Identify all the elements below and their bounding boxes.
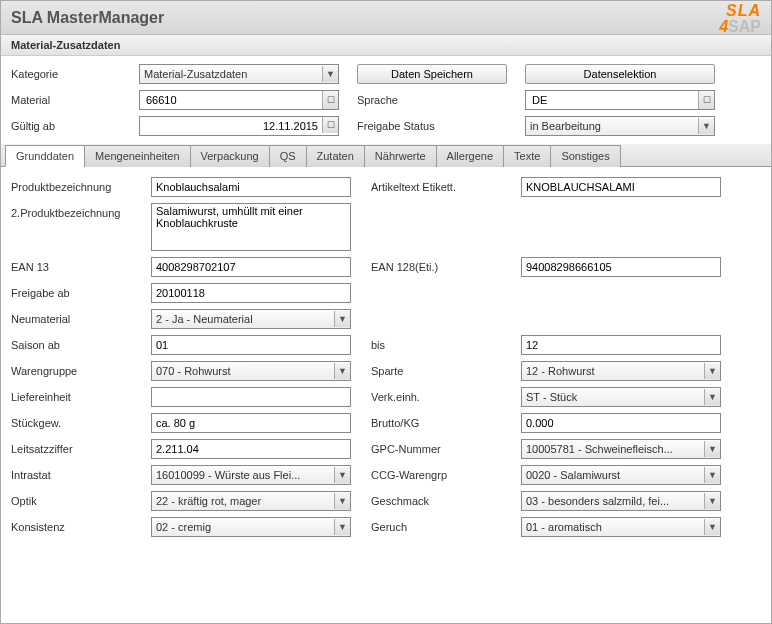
verkeinh-select[interactable]: ST - Stück▼ xyxy=(521,387,721,407)
neumaterial-select[interactable]: 2 - Ja - Neumaterial▼ xyxy=(151,309,351,329)
tab-mengeneinheiten[interactable]: Mengeneinheiten xyxy=(84,145,190,167)
sprache-input[interactable]: ☐ xyxy=(525,90,715,110)
intrastat-select[interactable]: 16010099 - Würste aus Flei...▼ xyxy=(151,465,351,485)
sparte-label: Sparte xyxy=(371,365,501,377)
optik-select[interactable]: 22 - kräftig rot, mager▼ xyxy=(151,491,351,511)
tab-naehrwerte[interactable]: Nährwerte xyxy=(364,145,437,167)
freigabestatus-label: Freigabe Status xyxy=(357,120,507,132)
tab-qs[interactable]: QS xyxy=(269,145,307,167)
verkeinh-label: Verk.einh. xyxy=(371,391,501,403)
tab-grunddaten[interactable]: Grunddaten xyxy=(5,145,85,167)
intrastat-label: Intrastat xyxy=(11,469,131,481)
chevron-down-icon: ▼ xyxy=(704,519,720,535)
freigabeab-input[interactable] xyxy=(151,283,351,303)
optik-label: Optik xyxy=(11,495,131,507)
geschmack-label: Geschmack xyxy=(371,495,501,507)
geruch-label: Geruch xyxy=(371,521,501,533)
ccg-select[interactable]: 0020 - Salamiwurst▼ xyxy=(521,465,721,485)
liefereinheit-input[interactable] xyxy=(151,387,351,407)
leitsatz-label: Leitsatzziffer xyxy=(11,443,131,455)
sparte-select[interactable]: 12 - Rohwurst▼ xyxy=(521,361,721,381)
material-input[interactable]: ☐ xyxy=(139,90,339,110)
bruttokg-input[interactable] xyxy=(521,413,721,433)
produktbez-label: Produktbezeichnung xyxy=(11,181,131,193)
neumaterial-label: Neumaterial xyxy=(11,313,131,325)
saisonab-label: Saison ab xyxy=(11,339,131,351)
kategorie-label: Kategorie xyxy=(11,68,121,80)
material-label: Material xyxy=(11,94,121,106)
chevron-down-icon: ▼ xyxy=(334,519,350,535)
warengruppe-select[interactable]: 070 - Rohwurst▼ xyxy=(151,361,351,381)
valuehelp-icon[interactable]: ☐ xyxy=(322,91,338,109)
leitsatz-input[interactable] xyxy=(151,439,351,459)
produktbez2-label: 2.Produktbezeichnung xyxy=(11,203,131,219)
ean128-label: EAN 128(Eti.) xyxy=(371,261,501,273)
gpc-select[interactable]: 10005781 - Schweinefleisch...▼ xyxy=(521,439,721,459)
chevron-down-icon: ▼ xyxy=(704,467,720,483)
chevron-down-icon: ▼ xyxy=(698,118,714,134)
tab-sonstiges[interactable]: Sonstiges xyxy=(550,145,620,167)
chevron-down-icon: ▼ xyxy=(334,467,350,483)
chevron-down-icon: ▼ xyxy=(704,389,720,405)
kategorie-select[interactable]: Material-Zusatzdaten▼ xyxy=(139,64,339,84)
stueckgew-input[interactable] xyxy=(151,413,351,433)
tab-zutaten[interactable]: Zutaten xyxy=(306,145,365,167)
gueltigab-input[interactable]: ☐ xyxy=(139,116,339,136)
ean13-label: EAN 13 xyxy=(11,261,131,273)
ccg-label: CCG-Warengrp xyxy=(371,469,501,481)
ean128-input[interactable] xyxy=(521,257,721,277)
artikeltext-input[interactable] xyxy=(521,177,721,197)
warengruppe-label: Warengruppe xyxy=(11,365,131,377)
chevron-down-icon: ▼ xyxy=(334,311,350,327)
saisonab-input[interactable] xyxy=(151,335,351,355)
dataselection-button[interactable]: Datenselektion xyxy=(525,64,715,84)
ean13-input[interactable] xyxy=(151,257,351,277)
logo-line2: 4SAP xyxy=(719,19,761,35)
chevron-down-icon: ▼ xyxy=(704,441,720,457)
konsistenz-select[interactable]: 02 - cremig▼ xyxy=(151,517,351,537)
freigabestatus-select[interactable]: in Bearbeitung▼ xyxy=(525,116,715,136)
konsistenz-label: Konsistenz xyxy=(11,521,131,533)
tab-texte[interactable]: Texte xyxy=(503,145,551,167)
artikeltext-label: Artikeltext Etikett. xyxy=(371,181,501,193)
chevron-down-icon: ▼ xyxy=(334,493,350,509)
window-title: SLA MasterManager xyxy=(11,9,164,27)
saisonbis-label: bis xyxy=(371,339,501,351)
freigabeab-label: Freigabe ab xyxy=(11,287,131,299)
liefereinheit-label: Liefereinheit xyxy=(11,391,131,403)
gpc-label: GPC-Nummer xyxy=(371,443,501,455)
chevron-down-icon: ▼ xyxy=(704,363,720,379)
geruch-select[interactable]: 01 - aromatisch▼ xyxy=(521,517,721,537)
bruttokg-label: Brutto/KG xyxy=(371,417,501,429)
save-button[interactable]: Daten Speichern xyxy=(357,64,507,84)
tab-strip: Grunddaten Mengeneinheiten Verpackung QS… xyxy=(1,144,771,167)
gueltigab-label: Gültig ab xyxy=(11,120,121,132)
logo: SLA 4SAP xyxy=(719,3,761,35)
produktbez2-textarea[interactable]: Salamiwurst, umhüllt mit einer Knoblauch… xyxy=(151,203,351,251)
geschmack-select[interactable]: 03 - besonders salzmild, fei...▼ xyxy=(521,491,721,511)
logo-line1: SLA xyxy=(719,3,761,19)
calendar-icon[interactable]: ☐ xyxy=(322,117,338,133)
chevron-down-icon: ▼ xyxy=(704,493,720,509)
valuehelp-icon[interactable]: ☐ xyxy=(698,91,714,109)
tab-verpackung[interactable]: Verpackung xyxy=(190,145,270,167)
tab-allergene[interactable]: Allergene xyxy=(436,145,504,167)
titlebar: SLA MasterManager SLA 4SAP xyxy=(1,1,771,35)
page-subtitle: Material-Zusatzdaten xyxy=(1,35,771,56)
chevron-down-icon: ▼ xyxy=(334,363,350,379)
saisonbis-input[interactable] xyxy=(521,335,721,355)
sprache-label: Sprache xyxy=(357,94,507,106)
stueckgew-label: Stückgew. xyxy=(11,417,131,429)
chevron-down-icon: ▼ xyxy=(322,66,338,82)
produktbez-input[interactable] xyxy=(151,177,351,197)
